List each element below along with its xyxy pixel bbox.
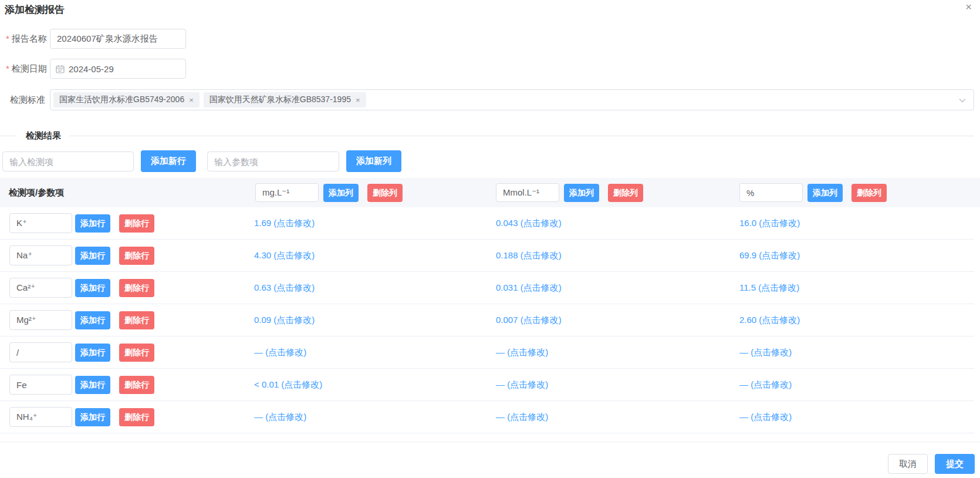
add-col-button[interactable]: 添加列 (323, 184, 359, 202)
table-body: 添加行 删除行 1.69 (点击修改) 0.043 (点击修改) 16.0 (点… (0, 207, 980, 433)
del-row-button[interactable]: 删除行 (119, 279, 154, 297)
row-item-input[interactable] (9, 245, 72, 265)
results-section-title: 检测结果 (26, 130, 61, 142)
table-row: 添加行 删除行 0.63 (点击修改) 0.031 (点击修改) 11.5 (点… (0, 272, 974, 304)
submit-button[interactable]: 提交 (935, 454, 975, 474)
tag-close-icon[interactable]: × (356, 96, 360, 105)
row-item-input[interactable] (9, 375, 72, 395)
table-header: 检测项/参数项 添加列 删除列 添加列 删除列 添加列 删除列 (0, 178, 980, 207)
add-col-button[interactable]: 添加列 (807, 184, 843, 202)
cell-value-link[interactable]: 0.043 (点击修改) (496, 207, 562, 240)
del-row-button[interactable]: 删除行 (119, 247, 154, 265)
cell-value-link[interactable]: 69.9 (点击修改) (739, 240, 800, 272)
results-section-divider: 检测结果 (0, 130, 974, 142)
del-col-button[interactable]: 删除列 (851, 184, 887, 202)
cell-value-link[interactable]: — (点击修改) (739, 336, 792, 369)
standard-tag: 国家生活饮用水标准GB5749-2006 × (53, 92, 200, 107)
close-icon[interactable]: × (965, 1, 972, 13)
item-column-header: 检测项/参数项 (9, 178, 64, 207)
dialog-footer: 取消 提交 (0, 442, 980, 478)
add-row-button[interactable]: 添加行 (75, 376, 110, 394)
table-row: 添加行 删除行 < 0.01 (点击修改) — (点击修改) — (点击修改) (0, 369, 974, 401)
cell-value-link[interactable]: — (点击修改) (739, 369, 792, 401)
del-row-button[interactable]: 删除行 (119, 408, 154, 426)
cell-value-link[interactable]: 0.09 (点击修改) (254, 304, 315, 336)
del-row-button[interactable]: 删除行 (119, 344, 154, 362)
cell-value-link[interactable]: 2.60 (点击修改) (739, 304, 800, 336)
standard-tag-text: 国家饮用天然矿泉水标准GB8537-1995 (209, 95, 351, 105)
report-name-label: *报告名称 (6, 29, 47, 49)
divider-line (69, 136, 974, 136)
table-row: 添加行 删除行 — (点击修改) — (点击修改) — (点击修改) (0, 401, 974, 433)
row-item-input[interactable] (9, 310, 72, 330)
cell-value-link[interactable]: — (点击修改) (254, 336, 306, 369)
test-date-input[interactable]: 2024-05-29 (50, 59, 186, 79)
cell-value-link[interactable]: — (点击修改) (739, 401, 792, 433)
calendar-icon (56, 65, 65, 73)
row-item-input[interactable] (9, 407, 72, 427)
standard-tag-text: 国家生活饮用水标准GB5749-2006 (59, 95, 184, 105)
row-item-input[interactable] (9, 213, 72, 233)
cell-value-link[interactable]: — (点击修改) (496, 401, 548, 433)
table-row: 添加行 删除行 1.69 (点击修改) 0.043 (点击修改) 16.0 (点… (0, 207, 974, 240)
cell-value-link[interactable]: < 0.01 (点击修改) (254, 369, 322, 401)
add-row-button[interactable]: 添加行 (75, 408, 110, 426)
add-row-button[interactable]: 添加行 (75, 344, 110, 362)
required-asterisk: * (6, 63, 9, 73)
cell-value-link[interactable]: — (点击修改) (254, 401, 306, 433)
required-asterisk: * (6, 33, 9, 43)
add-row-button[interactable]: 添加行 (75, 214, 110, 233)
divider-line (0, 136, 16, 136)
unit-input[interactable] (496, 183, 559, 202)
del-row-button[interactable]: 删除行 (119, 311, 154, 329)
cell-value-link[interactable]: 0.63 (点击修改) (254, 272, 315, 304)
add-new-row-button[interactable]: 添加新行 (141, 150, 196, 172)
standards-label: 检测标准 (10, 90, 45, 110)
new-row-name-input[interactable] (2, 152, 134, 171)
cell-value-link[interactable]: — (点击修改) (496, 336, 548, 369)
unit-input[interactable] (255, 183, 319, 202)
tag-close-icon[interactable]: × (189, 96, 194, 105)
test-date-value: 2024-05-29 (69, 64, 114, 74)
test-date-label: *检测日期 (6, 59, 47, 79)
cell-value-link[interactable]: 0.031 (点击修改) (496, 272, 562, 304)
cell-value-link[interactable]: 0.188 (点击修改) (496, 240, 562, 272)
add-row-button[interactable]: 添加行 (75, 279, 110, 297)
cell-value-link[interactable]: 0.007 (点击修改) (496, 304, 562, 336)
cell-value-link[interactable]: 11.5 (点击修改) (739, 272, 799, 304)
cancel-button[interactable]: 取消 (888, 454, 928, 474)
add-report-dialog: 添加检测报告 × *报告名称 *检测日期 2024-05-29 检测标准 国家生… (0, 0, 980, 478)
add-new-col-button[interactable]: 添加新列 (346, 150, 401, 172)
table-row: 添加行 删除行 — (点击修改) — (点击修改) — (点击修改) (0, 336, 974, 369)
standards-select[interactable]: 国家生活饮用水标准GB5749-2006 × 国家饮用天然矿泉水标准GB8537… (50, 89, 974, 110)
del-col-button[interactable]: 删除列 (367, 184, 403, 202)
cell-value-link[interactable]: 4.30 (点击修改) (254, 240, 315, 272)
add-row-button[interactable]: 添加行 (75, 247, 110, 265)
cell-value-link[interactable]: — (点击修改) (496, 369, 548, 401)
del-row-button[interactable]: 删除行 (119, 376, 154, 394)
del-row-button[interactable]: 删除行 (119, 214, 154, 233)
row-item-input[interactable] (9, 342, 72, 362)
row-item-input[interactable] (9, 278, 72, 298)
unit-input[interactable] (739, 183, 803, 202)
new-col-name-input[interactable] (207, 152, 339, 171)
dialog-title: 添加检测报告 (5, 3, 65, 16)
table-row: 添加行 删除行 4.30 (点击修改) 0.188 (点击修改) 69.9 (点… (0, 240, 974, 272)
report-name-input[interactable] (50, 29, 186, 49)
add-col-button[interactable]: 添加列 (564, 184, 599, 202)
del-col-button[interactable]: 删除列 (608, 184, 643, 202)
standard-tag: 国家饮用天然矿泉水标准GB8537-1995 × (204, 92, 366, 107)
chevron-down-icon (958, 96, 967, 107)
table-row: 添加行 删除行 0.09 (点击修改) 0.007 (点击修改) 2.60 (点… (0, 304, 974, 336)
cell-value-link[interactable]: 16.0 (点击修改) (739, 207, 800, 240)
cell-value-link[interactable]: 1.69 (点击修改) (254, 207, 315, 240)
add-row-button[interactable]: 添加行 (75, 311, 110, 329)
